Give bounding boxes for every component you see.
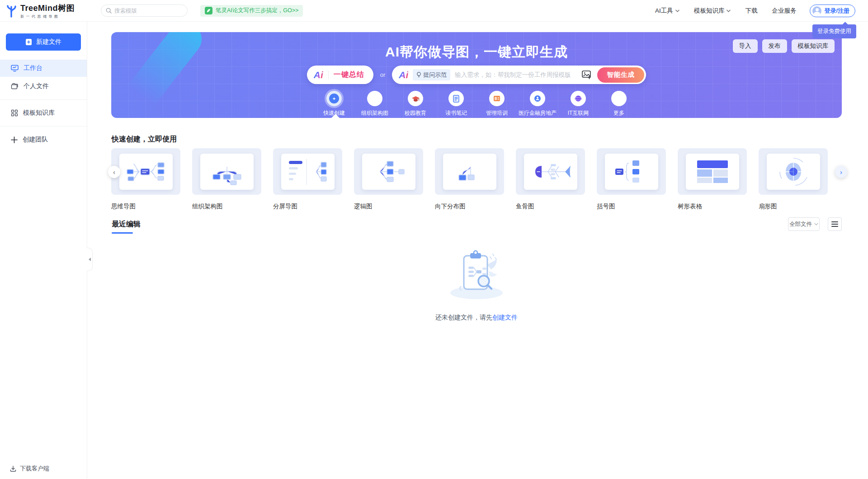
sidebar-item-template-library[interactable]: 模板知识库 (0, 104, 87, 122)
empty-text: 还未创建文件，请先 (435, 314, 492, 321)
star-badge-icon: ✦ (326, 91, 342, 106)
plus-icon (11, 136, 18, 143)
category-label: 读书笔记 (445, 109, 467, 117)
split-map-diagram (281, 154, 335, 190)
category-more[interactable]: 更多 (599, 91, 639, 117)
sidebar: 新建文件 工作台 个人文件 模板知识库 创建团队 (0, 22, 87, 479)
list-view-button[interactable] (828, 217, 842, 231)
category-label: IT互联网 (568, 109, 589, 117)
template-card-row: 思维导图 组织架构图 分屏导图 逻辑图 (111, 148, 842, 211)
sidebar-divider (0, 99, 87, 100)
card-split-map[interactable]: 分屏导图 (273, 148, 342, 211)
folders-icon (11, 83, 19, 90)
nav-label: 下载 (745, 7, 757, 15)
publish-button[interactable]: 发布 (762, 39, 787, 53)
new-file-button[interactable]: 新建文件 (6, 33, 81, 51)
card-label: 思维导图 (111, 202, 180, 211)
card-label: 鱼骨图 (516, 202, 585, 211)
download-icon (10, 465, 16, 472)
category-education[interactable]: 校园教育 (395, 91, 436, 117)
card-downward-chart[interactable]: 向下分布图 (435, 148, 504, 211)
smart-generate-button[interactable]: 智能生成 (597, 67, 644, 83)
sidebar-item-workbench[interactable]: 工作台 (0, 60, 87, 77)
category-label: 管理培训 (486, 109, 508, 117)
chevron-down-icon (726, 9, 731, 12)
nav-template-library[interactable]: 模板知识库 (694, 7, 731, 15)
promo-banner[interactable]: 笔灵AI论文写作三步搞定，GO>> (200, 5, 303, 17)
search-input[interactable] (114, 8, 187, 14)
login-label: 登录/注册 (824, 7, 849, 15)
category-it-internet[interactable]: IT互联网 (558, 91, 599, 117)
card-logic-chart[interactable]: 逻辑图 (354, 148, 423, 211)
search-icon (106, 8, 112, 14)
promo-text: 笔灵AI论文写作三步搞定，GO>> (216, 7, 298, 14)
quick-create-heading: 快速创建，立即使用 (112, 135, 177, 144)
tree-logo-icon (5, 4, 17, 18)
template-search[interactable] (101, 5, 188, 17)
file-filter-dropdown[interactable]: 全部文件 (788, 217, 820, 231)
sidebar-item-label: 模板知识库 (23, 109, 55, 117)
create-file-link[interactable]: 创建文件 (492, 314, 518, 321)
category-reading-notes[interactable]: 读书笔记 (436, 91, 476, 117)
fishbone-diagram (524, 154, 577, 190)
active-category-notch (331, 114, 340, 118)
category-management-training[interactable]: 管理培训 (476, 91, 517, 117)
bracket-diagram (605, 154, 658, 190)
sidebar-item-label: 创建团队 (23, 136, 48, 144)
avatar (812, 6, 821, 15)
login-tooltip: 登录免费使用 (812, 24, 856, 38)
nav-enterprise[interactable]: 企业服务 (772, 7, 796, 15)
chevron-down-icon (675, 9, 679, 12)
recent-edits-heading: 最近编辑 (112, 220, 141, 229)
login-register-button[interactable]: 登录/注册 (810, 5, 855, 17)
sidebar-collapse-handle[interactable] (87, 248, 93, 271)
card-label: 逻辑图 (354, 202, 423, 211)
nav-download[interactable]: 下载 (745, 7, 757, 15)
monitor-icon (11, 65, 19, 72)
card-bracket[interactable]: 括号图 (597, 148, 666, 211)
prompt-example-chip[interactable]: 提问示范 (413, 69, 450, 80)
import-button[interactable]: 导入 (733, 39, 758, 53)
fan-chart-diagram (767, 154, 820, 190)
nav-ai-tools[interactable]: AI工具 (655, 7, 679, 15)
category-label: 校园教育 (405, 109, 426, 117)
download-client-button[interactable]: 下载客户端 (10, 465, 49, 473)
grid-icon (11, 109, 18, 117)
sidebar-item-create-team[interactable]: 创建团队 (0, 131, 87, 148)
card-org-chart[interactable]: 组织架构图 (192, 148, 261, 211)
sidebar-divider (0, 126, 87, 127)
card-fan-chart[interactable]: 扇形图 (759, 148, 828, 211)
card-tree-table[interactable]: 树形表格 (678, 148, 747, 211)
or-text: or (380, 71, 386, 78)
logo-subtitle: 新一代思维导图 (20, 14, 75, 19)
org-chart-diagram (200, 154, 254, 190)
logic-chart-diagram (362, 154, 415, 190)
template-library-button[interactable]: 模板知识库 (792, 39, 835, 53)
card-label: 括号图 (597, 202, 666, 211)
sidebar-item-personal-files[interactable]: 个人文件 (0, 78, 87, 95)
app-logo[interactable]: TreeMind树图 新一代思维导图 (5, 3, 75, 19)
sidebar-item-label: 个人文件 (24, 82, 49, 90)
pen-leaf-icon (205, 7, 212, 14)
ai-logo: Ai (399, 70, 408, 80)
category-medical-finance-realestate[interactable]: 医疗金融房地产 (517, 91, 558, 117)
card-label: 树形表格 (678, 202, 747, 211)
bulb-icon (416, 72, 421, 78)
graduation-cap-icon (408, 91, 423, 106)
category-quick-create[interactable]: ✦ 快速创建 (314, 91, 354, 117)
ai-requirement-input[interactable] (455, 71, 576, 78)
carousel-prev-button[interactable]: ‹ (108, 166, 120, 178)
card-fishbone[interactable]: 鱼骨图 (516, 148, 585, 211)
blank-circle-icon (611, 91, 627, 106)
category-org-chart[interactable]: 组织架构图 (354, 91, 395, 117)
card-label: 分屏导图 (273, 202, 342, 211)
one-click-summary-button[interactable]: Ai 一键总结 (307, 66, 373, 84)
new-file-label: 新建文件 (36, 38, 61, 46)
category-label: 医疗金融房地产 (519, 109, 557, 117)
card-label: 组织架构图 (192, 202, 261, 211)
carousel-next-button[interactable]: › (835, 166, 847, 178)
card-mind-map[interactable]: 思维导图 (111, 148, 180, 211)
card-label: 向下分布图 (435, 202, 504, 211)
hero-banner: AI帮你做导图，一键立即生成 Ai 一键总结 or Ai 提问示范 (111, 32, 842, 118)
image-upload-icon[interactable] (581, 69, 593, 81)
